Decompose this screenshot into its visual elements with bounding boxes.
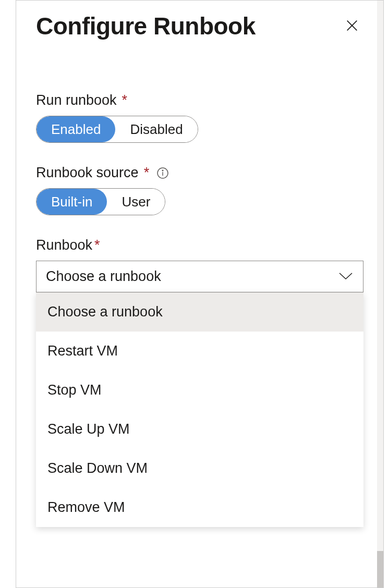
runbook-source-label: Runbook source * [36,165,363,181]
panel-title: Configure Runbook [36,12,256,40]
runbook-field: Runbook * Choose a runbook Choose a runb… [36,237,363,292]
chevron-down-icon [338,268,354,285]
runbook-option-restart-vm[interactable]: Restart VM [36,332,363,371]
scrollbar-thumb[interactable] [377,551,383,587]
scrollbar-track [377,1,383,587]
runbook-dropdown-selected: Choose a runbook [46,268,161,285]
runbook-option-scale-up-vm[interactable]: Scale Up VM [36,410,363,449]
runbook-dropdown: Choose a runbook Choose a runbook Restar… [36,261,363,292]
runbook-source-user-option[interactable]: User [107,189,165,215]
configure-runbook-panel: Configure Runbook Run runbook * Enabled … [16,0,384,588]
runbook-source-field: Runbook source * Built-in User [36,165,363,215]
panel-content: Run runbook * Enabled Disabled Runbook s… [16,45,383,292]
run-runbook-toggle: Enabled Disabled [36,116,198,143]
svg-point-4 [162,170,163,171]
run-runbook-disabled-option[interactable]: Disabled [115,116,197,142]
run-runbook-enabled-option[interactable]: Enabled [37,116,115,142]
runbook-option-remove-vm[interactable]: Remove VM [36,488,363,527]
runbook-dropdown-list: Choose a runbook Restart VM Stop VM Scal… [36,292,363,527]
required-asterisk: * [144,165,150,181]
close-button[interactable] [341,15,363,38]
panel-header: Configure Runbook [16,1,383,45]
runbook-option-stop-vm[interactable]: Stop VM [36,371,363,410]
runbook-source-toggle: Built-in User [36,188,165,215]
required-asterisk: * [94,237,100,253]
run-runbook-label-text: Run runbook [36,92,117,108]
runbook-option-scale-down-vm[interactable]: Scale Down VM [36,449,363,488]
run-runbook-label: Run runbook * [36,92,363,108]
run-runbook-field: Run runbook * Enabled Disabled [36,92,363,143]
runbook-label: Runbook * [36,237,363,253]
info-icon[interactable] [156,167,169,179]
required-asterisk: * [122,92,128,108]
runbook-dropdown-button[interactable]: Choose a runbook [36,261,363,292]
runbook-label-text: Runbook [36,237,92,253]
runbook-option-placeholder[interactable]: Choose a runbook [36,292,363,332]
runbook-source-label-text: Runbook source [36,165,139,181]
close-icon [345,18,359,34]
runbook-source-builtin-option[interactable]: Built-in [37,189,107,215]
